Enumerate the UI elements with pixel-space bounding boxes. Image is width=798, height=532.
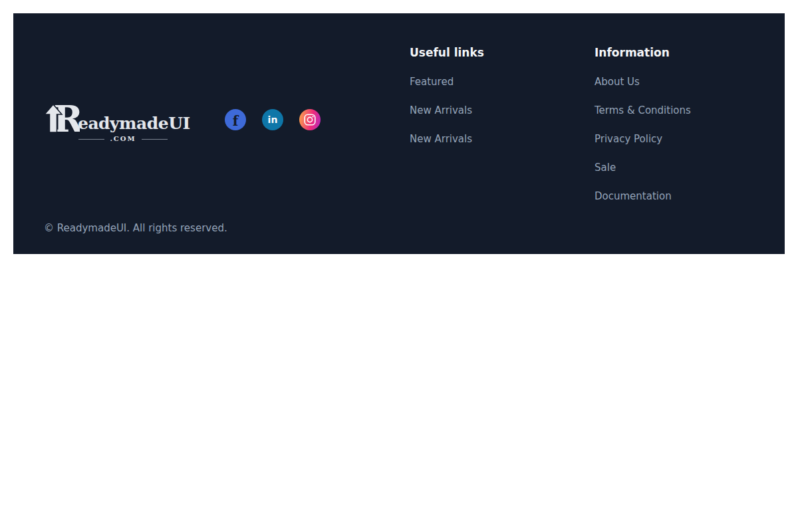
list-item: Privacy Policy [595, 132, 754, 145]
footer-link-new-arrivals-2[interactable]: New Arrivals [410, 134, 472, 144]
logo-rule-left [78, 139, 104, 140]
facebook-glyph: f [233, 114, 239, 128]
list-item: New Arrivals [410, 132, 569, 145]
footer-link-terms-conditions[interactable]: Terms & Conditions [595, 105, 691, 116]
linkedin-glyph: in [268, 115, 278, 124]
logo-domain: .COM [110, 136, 136, 142]
footer-link-sale[interactable]: Sale [595, 162, 616, 173]
facebook-icon[interactable]: f [225, 109, 246, 130]
column-heading-useful-links: Useful links [410, 46, 569, 59]
brand-logo[interactable]: R eadymadeUI .COM [44, 102, 190, 142]
list-item: Featured [410, 75, 569, 88]
column-heading-information: Information [595, 46, 754, 59]
logo-wordmark-row: R eadymadeUI [44, 102, 190, 134]
list-item: New Arrivals [410, 104, 569, 116]
list-item: About Us [595, 75, 754, 88]
information-links-list: About Us Terms & Conditions Privacy Poli… [595, 75, 754, 202]
logo-arrow-r-icon: R [44, 102, 80, 134]
footer-link-new-arrivals-1[interactable]: New Arrivals [410, 105, 472, 116]
instagram-icon[interactable] [299, 109, 321, 130]
footer-link-privacy-policy[interactable]: Privacy Policy [595, 134, 662, 144]
footer-link-featured[interactable]: Featured [410, 76, 454, 87]
linkedin-icon[interactable]: in [262, 109, 283, 130]
footer-link-about-us[interactable]: About Us [595, 76, 640, 87]
list-item: Sale [595, 161, 754, 174]
social-links: f in [225, 109, 321, 130]
footer-link-documentation[interactable]: Documentation [595, 191, 672, 201]
copyright-text: © ReadymadeUI. All rights reserved. [44, 221, 227, 235]
useful-links-list: Featured New Arrivals New Arrivals [410, 75, 569, 145]
footer-column-useful-links: Useful links Featured New Arrivals New A… [410, 46, 569, 161]
list-item: Terms & Conditions [595, 104, 754, 116]
logo-wordmark: eadymadeUI [78, 115, 190, 132]
logo-rule-right [142, 139, 168, 140]
site-footer: R eadymadeUI .COM f in Useful links [13, 13, 785, 254]
list-item: Documentation [595, 190, 754, 202]
footer-column-information: Information About Us Terms & Conditions … [595, 46, 754, 218]
instagram-camera-glyph [304, 114, 316, 126]
logo-domain-row: .COM [78, 136, 168, 142]
